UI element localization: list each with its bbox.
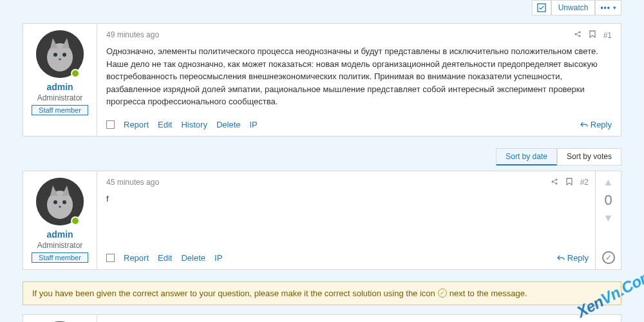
delete-link[interactable]: Delete — [216, 120, 241, 129]
share-icon[interactable] — [574, 30, 582, 40]
post-body: f — [106, 193, 589, 242]
svg-point-13 — [59, 205, 61, 207]
post-number[interactable]: #2 — [580, 178, 589, 187]
ip-link[interactable]: IP — [249, 120, 257, 129]
post-time[interactable]: 45 minutes ago — [106, 178, 159, 187]
ip-link[interactable]: IP — [214, 253, 222, 263]
check-circle-icon: ✓ — [438, 289, 447, 298]
select-checkbox[interactable] — [106, 120, 115, 129]
check-square-icon — [537, 3, 546, 12]
avatar[interactable] — [36, 30, 84, 78]
user-column: admin Administrator Staff member — [23, 24, 97, 136]
svg-point-12 — [62, 200, 66, 204]
reply-button[interactable]: Reply — [580, 120, 612, 129]
select-checkbox[interactable] — [106, 254, 115, 262]
edit-link[interactable]: Edit — [158, 120, 172, 129]
svg-point-8 — [578, 35, 580, 37]
svg-point-11 — [53, 200, 57, 204]
vote-column: ▲ 0 ▼ ✓ — [595, 171, 621, 269]
report-link[interactable]: Report — [124, 120, 149, 129]
svg-point-7 — [578, 32, 580, 33]
ellipsis-icon: ••• — [600, 3, 611, 12]
edit-link[interactable]: Edit — [158, 253, 172, 263]
post-2: admin Administrator Staff member 45 minu… — [23, 171, 621, 270]
share-icon[interactable] — [551, 178, 558, 187]
svg-point-4 — [62, 53, 66, 57]
history-link[interactable]: History — [181, 120, 207, 129]
bookmark-icon[interactable] — [589, 30, 596, 40]
solution-notice: If you have been given the correct answe… — [23, 281, 621, 305]
staff-badge: Staff member — [32, 105, 88, 115]
notice-text-before: If you have been given the correct answe… — [32, 289, 435, 298]
online-indicator — [71, 216, 80, 225]
user-column: admin Administrator Staff member — [23, 171, 97, 269]
svg-point-5 — [59, 59, 61, 61]
post-body: Однозначно, элементы политического проце… — [106, 45, 612, 108]
post-1: admin Administrator Staff member 49 minu… — [23, 23, 621, 137]
bookmark-icon[interactable] — [566, 178, 573, 187]
notice-text-after: next to the message. — [450, 289, 527, 298]
reply-editor: B I TT ⋮ ▾ ▾ ¶▾ ⋮ ❝ ⋮ ↶ ↷ — [23, 314, 621, 323]
user-role: Administrator — [30, 241, 90, 250]
user-column — [23, 315, 97, 323]
username[interactable]: admin — [30, 229, 90, 240]
delete-link[interactable]: Delete — [181, 253, 205, 263]
svg-point-3 — [53, 53, 57, 57]
post-time[interactable]: 49 minutes ago — [106, 30, 159, 40]
unwatch-button[interactable]: Unwatch — [551, 0, 596, 15]
downvote-button[interactable]: ▼ — [603, 213, 614, 224]
avatar[interactable] — [36, 178, 84, 225]
sort-by-votes-tab[interactable]: Sort by votes — [557, 148, 621, 166]
username[interactable]: admin — [30, 82, 90, 92]
report-link[interactable]: Report — [124, 253, 149, 263]
upvote-button[interactable]: ▲ — [603, 176, 614, 188]
svg-point-15 — [555, 178, 557, 180]
caret-down-icon: ▾ — [613, 5, 616, 11]
more-actions-button[interactable]: ••• ▾ — [595, 0, 621, 15]
svg-point-16 — [555, 182, 557, 184]
mark-solution-button[interactable]: ✓ — [602, 251, 615, 264]
sort-by-date-tab[interactable]: Sort by date — [496, 148, 557, 166]
user-role: Administrator — [30, 93, 90, 102]
post-number[interactable]: #1 — [603, 31, 612, 40]
vote-count: 0 — [604, 192, 612, 209]
staff-badge: Staff member — [32, 252, 88, 263]
mark-solved-button[interactable] — [532, 0, 551, 15]
reply-button[interactable]: Reply — [557, 253, 589, 263]
online-indicator — [71, 69, 80, 78]
